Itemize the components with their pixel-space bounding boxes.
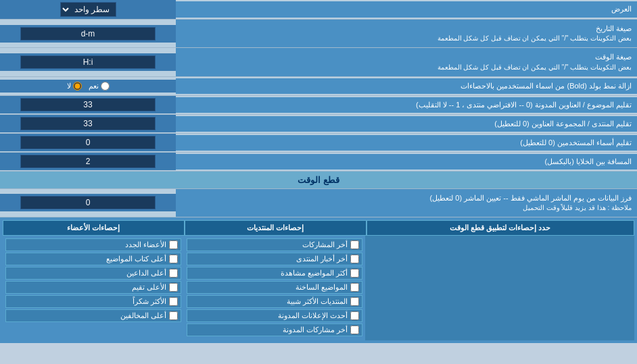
checkbox-top-authors: أعلى كتاب المواضيع: [5, 253, 181, 265]
title-trim-row: تقليم الموضوع / العناوين المدونة (0 -- ا…: [0, 96, 637, 115]
checkbox-blog-posts-input[interactable]: [350, 326, 359, 334]
forum-stats-header-cell: إحصاءات المنتديات: [185, 220, 367, 236]
time-format-label: صيغة الوقت بعض التكوينات يتطلب "/" التي …: [176, 48, 637, 76]
checkbox-top-rated: الأعلى تقيم: [5, 281, 181, 294]
member-stats-header-cell: إحصاءات الأعضاء: [3, 220, 185, 236]
main-container: العرض سطر واحد صيغة التاريخ بعض التكوينا…: [0, 0, 637, 343]
checkbox-most-thanked: الأكثر شكراً: [5, 295, 181, 308]
username-trim-input-container: [0, 134, 176, 151]
cutoff-section-header: قطع الوقت: [0, 172, 637, 189]
cell-spacing-input[interactable]: [20, 155, 156, 168]
checkbox-most-thanked-input[interactable]: [169, 297, 178, 306]
checkbox-forum-news: أخر أخبار المنتدى: [187, 253, 362, 265]
username-trim-input[interactable]: [20, 136, 156, 149]
forum-trim-row: تقليم المنتدى / المجموعة العناوين (0 للت…: [0, 115, 637, 134]
stats-headers-row: حدد إحصاءات لتطبيق قطع الوقت إحصاءات الم…: [3, 220, 634, 236]
apply-header-cell: حدد إحصاءات لتطبيق قطع الوقت: [367, 220, 634, 236]
checkbox-hot-topics-input[interactable]: [350, 283, 359, 292]
member-stats-col: الأعضاء الجدد أعلى كتاب المواضيع أعلى ال…: [3, 236, 184, 340]
cell-spacing-label: المسافة بين الخلايا (بالبكسل): [176, 154, 637, 170]
date-format-input-container: [0, 25, 176, 43]
forum-trim-input-container: [0, 115, 176, 132]
cutoff-filter-row: فرز البيانات من يوم الماشر الماشي فقط --…: [0, 189, 637, 217]
checkbox-new-members: الأعضاء الجدد: [5, 238, 181, 251]
cutoff-filter-label: فرز البيانات من يوم الماشر الماشي فقط --…: [176, 189, 637, 217]
stats-checkboxes-row: أخر المشاركات أخر أخبار المنتدى أكثر الم…: [3, 236, 634, 340]
checkbox-most-forums-input[interactable]: [350, 297, 359, 306]
bold-removal-radio-container: نعم لا: [0, 80, 176, 93]
forum-trim-label: تقليم المنتدى / المجموعة العناوين (0 للت…: [176, 116, 637, 132]
checkbox-latest-announcements-input[interactable]: [350, 311, 359, 320]
forum-stats-col: أخر المشاركات أخر أخبار المنتدى أكثر الم…: [184, 236, 365, 340]
date-format-label: صيغة التاريخ بعض التكوينات يتطلب "/" الت…: [176, 20, 637, 47]
time-format-row: صيغة الوقت بعض التكوينات يتطلب "/" التي …: [0, 48, 637, 76]
title-trim-input[interactable]: [20, 98, 156, 111]
bold-removal-label: ازالة نمط بولد (Bold) من اسماء المستخدمي…: [176, 78, 637, 94]
username-trim-label: تقليم أسماء المستخدمين (0 للتعطيل): [176, 135, 637, 151]
checkbox-latest-announcements: أحدث الإعلانات المدونة: [187, 309, 362, 322]
checkbox-top-inviters: أعلى الداعين: [5, 267, 181, 280]
checkbox-hot-topics: المواضيع الساخنة: [187, 281, 362, 294]
bold-removal-radio-group: نعم لا: [67, 82, 110, 90]
title-trim-input-container: [0, 96, 176, 113]
checkbox-last-posts-input[interactable]: [350, 240, 359, 249]
checkbox-top-rated-input[interactable]: [169, 283, 178, 292]
bold-removal-row: ازالة نمط بولد (Bold) من اسماء المستخدمي…: [0, 77, 637, 96]
checkbox-last-posts: أخر المشاركات: [187, 238, 362, 251]
cell-spacing-row: المسافة بين الخلايا (بالبكسل): [0, 153, 637, 172]
radio-no-label[interactable]: لا: [67, 82, 82, 90]
cutoff-filter-input-container: [0, 194, 176, 211]
checkbox-forum-news-input[interactable]: [350, 255, 359, 263]
display-header-row: العرض سطر واحد: [0, 0, 637, 20]
checkbox-most-forums: المنتديات الأكثر شبية: [187, 295, 362, 308]
date-format-row: صيغة التاريخ بعض التكوينات يتطلب "/" الت…: [0, 20, 637, 48]
checkbox-top-violators: أعلى المخالفين: [5, 309, 181, 322]
forum-trim-input[interactable]: [20, 117, 156, 130]
display-select[interactable]: سطر واحد: [60, 2, 116, 17]
display-title-label: العرض: [176, 1, 637, 17]
radio-yes-label[interactable]: نعم: [89, 82, 110, 90]
time-format-input-container: [0, 53, 176, 71]
time-format-input[interactable]: [20, 55, 156, 69]
radio-no[interactable]: [73, 82, 82, 90]
checkbox-top-inviters-input[interactable]: [169, 269, 178, 278]
cell-spacing-input-container: [0, 153, 176, 170]
display-select-container: سطر واحد: [0, 0, 176, 19]
checkbox-new-members-input[interactable]: [169, 240, 178, 249]
checkbox-most-viewed: أكثر المواضيع مشاهدة: [187, 267, 362, 280]
checkbox-most-viewed-input[interactable]: [350, 269, 359, 278]
title-trim-label: تقليم الموضوع / العناوين المدونة (0 -- ا…: [176, 97, 637, 113]
apply-col: [365, 236, 634, 340]
checkbox-blog-posts: أخر مشاركات المدونة: [187, 323, 362, 336]
radio-yes[interactable]: [101, 82, 110, 90]
username-trim-row: تقليم أسماء المستخدمين (0 للتعطيل): [0, 134, 637, 153]
stats-section: حدد إحصاءات لتطبيق قطع الوقت إحصاءات الم…: [0, 217, 637, 343]
checkbox-top-authors-input[interactable]: [169, 255, 178, 263]
date-format-input[interactable]: [20, 27, 156, 41]
cutoff-filter-input[interactable]: [20, 196, 156, 209]
checkbox-top-violators-input[interactable]: [169, 311, 178, 320]
